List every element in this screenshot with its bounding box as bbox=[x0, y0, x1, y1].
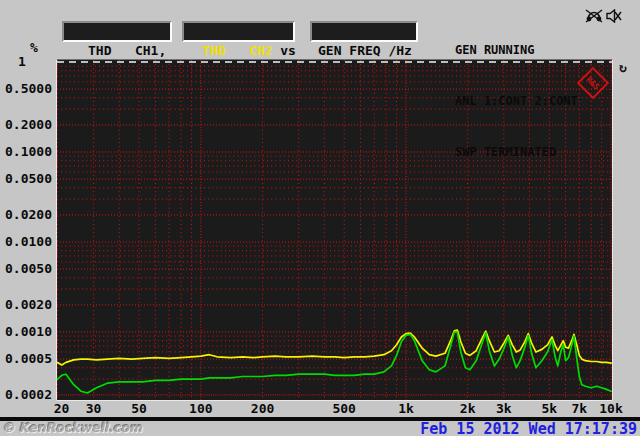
x-axis-tick-2k: 2k bbox=[451, 402, 485, 415]
x-axis-tick-10k: 10k bbox=[594, 402, 628, 415]
y-axis-tick-0.2000: 0.2000 bbox=[4, 118, 52, 131]
readout-display-3 bbox=[310, 21, 418, 42]
watermark: © KenRockwell.com bbox=[2, 420, 142, 435]
y-axis-tick-0.5000: 0.5000 bbox=[4, 82, 52, 95]
trace-ch2-label: THD CH2 vs bbox=[202, 43, 296, 58]
x-quantity-label: GEN FREQ /Hz bbox=[318, 43, 412, 58]
y-axis-tick-0.0200: 0.0200 bbox=[4, 208, 52, 221]
trace-ch2-label-highlight: THD CH2 bbox=[202, 43, 272, 58]
status-sweep: SWP TERMINATED bbox=[455, 144, 578, 161]
datetime-label: Feb 15 2012 Wed 17:17:39 bbox=[420, 420, 637, 436]
y-axis-tick-0.0500: 0.0500 bbox=[4, 172, 52, 185]
x-axis-tick-30: 30 bbox=[77, 402, 111, 415]
headphones-muted-icon bbox=[585, 9, 603, 23]
readout-display-2 bbox=[182, 21, 295, 42]
audio-analyzer-screen: R&S THD CH1, THD CH2 vs GEN FREQ /Hz GEN… bbox=[0, 0, 640, 436]
readout-display-1 bbox=[62, 21, 172, 42]
y-unit-label: % bbox=[30, 40, 38, 55]
status-analyzer: ANL 1:CONT 2:CONT bbox=[455, 93, 578, 110]
y-axis-tick-0.1000: 0.1000 bbox=[4, 145, 52, 158]
x-axis-tick-3k: 3k bbox=[487, 402, 521, 415]
x-axis-tick-500: 500 bbox=[327, 402, 361, 415]
x-axis-tick-20: 20 bbox=[45, 402, 79, 415]
y-axis-tick-1: 1 bbox=[18, 55, 32, 68]
x-axis-tick-100: 100 bbox=[184, 402, 218, 415]
vs-label: vs bbox=[272, 43, 295, 58]
status-block: GEN RUNNING ANL 1:CONT 2:CONT SWP TERMIN… bbox=[455, 8, 578, 195]
y-axis-tick-0.0020: 0.0020 bbox=[4, 298, 52, 311]
y-axis-tick-0.0005: 0.0005 bbox=[4, 352, 52, 365]
status-generator: GEN RUNNING bbox=[455, 42, 578, 59]
y-axis-tick-0.0010: 0.0010 bbox=[4, 325, 52, 338]
rotate-knob-icon: ↻ bbox=[619, 60, 627, 75]
x-axis-tick-5k: 5k bbox=[532, 402, 566, 415]
speaker-muted-icon bbox=[606, 9, 622, 23]
x-axis-tick-1k: 1k bbox=[389, 402, 423, 415]
x-axis-tick-7k: 7k bbox=[562, 402, 596, 415]
y-axis-tick-0.0002: 0.0002 bbox=[4, 388, 52, 401]
y-axis-tick-0.0050: 0.0050 bbox=[4, 262, 52, 275]
trace-ch1-label: THD CH1, bbox=[88, 43, 166, 58]
x-axis-tick-200: 200 bbox=[246, 402, 280, 415]
y-axis-tick-0.0100: 0.0100 bbox=[4, 235, 52, 248]
x-axis-tick-50: 50 bbox=[122, 402, 156, 415]
